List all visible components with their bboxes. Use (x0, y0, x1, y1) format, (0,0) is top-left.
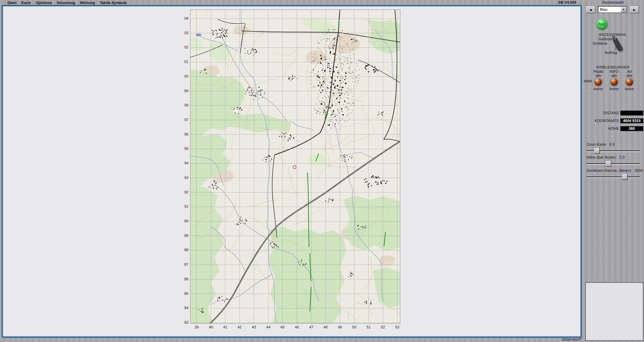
map-col-label: 46 (293, 325, 301, 329)
los-range-slider: Sichtlinien-Reichw. (Meter):3009 (582, 168, 644, 182)
slider-track[interactable] (586, 150, 640, 151)
eye-height-slider: Höhe über Boden:2.0 (582, 155, 644, 169)
party-prev-button[interactable]: ◀ (586, 6, 595, 13)
map-row-label: 99 (179, 89, 188, 93)
map-col-label: 50 (350, 325, 358, 329)
map-col-label: 39 (193, 325, 200, 329)
map-row-label: 01 (179, 60, 188, 64)
coordinate-label: KOORDINATE (582, 119, 619, 123)
map-col-label: 44 (264, 325, 272, 329)
crayon-cursor-icon (611, 35, 626, 54)
einblendungen-title: EINBLENDUNGEN (582, 65, 644, 69)
distance-readout: DISTANZ (582, 110, 644, 115)
art-knob[interactable] (626, 78, 633, 86)
slider-track[interactable] (586, 177, 640, 177)
pfade-knob[interactable] (595, 78, 602, 86)
map-row-label: 84 (179, 306, 188, 310)
map-row-label: 91 (179, 204, 188, 208)
slider-value: 3009 (635, 168, 643, 173)
map-row-label: 95 (179, 146, 188, 150)
info-knob[interactable] (610, 78, 618, 86)
map-col-label: 48 (322, 325, 329, 329)
zoom-slider: Zoom Karte:0.5 (582, 142, 644, 156)
menu-karte[interactable]: Karte (21, 1, 31, 5)
map-row-label: 87 (179, 262, 188, 266)
party-dropdown[interactable]: Blau ▼ (598, 6, 627, 13)
slider-label: Zoom Karte:0.5 (586, 142, 615, 146)
map-col-label: 43 (250, 325, 258, 329)
map-col-label: 51 (365, 325, 372, 329)
slider-label-text: Höhe über Boden: (586, 155, 617, 159)
map-row-label: 93 (179, 176, 188, 180)
map-row-label: 88 (179, 248, 188, 252)
distance-label: DISTANZ (582, 111, 619, 115)
map-row-label: 00 (179, 74, 188, 78)
map-row-label: 83 (179, 320, 188, 324)
map-row-label: 86 (179, 277, 188, 281)
map-row-label: 98 (179, 103, 188, 107)
topo-map (190, 10, 400, 323)
wahl-label: Wahl (584, 79, 592, 83)
slider-label: Höhe über Boden:2.0 (586, 155, 625, 159)
map-col-label: 53 (394, 325, 401, 329)
map-row-label: 85 (179, 291, 188, 296)
route-line-green (339, 20, 339, 30)
map-col-label: 42 (236, 325, 243, 329)
menu-taktik-symbole[interactable]: Taktik-Symbole (100, 1, 127, 5)
map-col-label: 47 (307, 325, 315, 329)
dropdown-arrow-icon[interactable]: ▼ (621, 7, 626, 12)
map-canvas[interactable] (190, 10, 400, 323)
map-window: 0403020100999897969594939291908988878685… (2, 5, 582, 338)
test-button[interactable]: Test (596, 18, 607, 29)
height-readout: HÖHE 360 (582, 126, 644, 131)
slider-thumb[interactable] (622, 174, 627, 180)
map-row-label: 04 (179, 16, 188, 20)
menu-optionen[interactable]: Optionen (36, 1, 52, 5)
map-row-label: 96 (179, 132, 188, 136)
menu-datei[interactable]: Datei (7, 1, 17, 5)
app-version: SB V4.000 (551, 0, 576, 4)
menu-bar: Datei Karte Optionen Steuerung Wertung T… (0, 0, 582, 5)
map-row-label: 89 (179, 234, 188, 238)
slider-value: 0.5 (610, 142, 615, 146)
party-dropdown-value: Blau (600, 7, 607, 12)
slider-label-text: Zoom Karte: (586, 142, 607, 146)
distance-field (620, 110, 643, 116)
scenario-title: Unbenannt* (552, 337, 581, 341)
height-label: HÖHE (582, 126, 619, 130)
map-col-label: 45 (279, 325, 286, 329)
map-row-label: 94 (179, 161, 188, 165)
side-panel: Parteienwahl ◀ Blau ▼ ▶ Test ANZEIGEWAHL… (582, 0, 644, 342)
column-keine[interactable]: keine (619, 87, 640, 91)
party-next-button[interactable]: ▶ (630, 6, 639, 13)
anzeige-sichtlinie[interactable]: Sichtlinie (583, 41, 607, 45)
map-row-label: 90 (179, 219, 188, 223)
overview-panel (585, 282, 643, 341)
menu-steuerung[interactable]: Steuerung (57, 1, 75, 5)
map-row-label: 03 (179, 31, 188, 35)
column-alle[interactable]: alle (619, 74, 640, 78)
height-field: 360 (620, 126, 643, 131)
map-row-label: 02 (179, 45, 188, 49)
map-row-label: 97 (179, 118, 188, 122)
map-col-label: 41 (222, 325, 229, 329)
slider-value: 2.0 (619, 155, 624, 159)
map-col-label: 49 (336, 325, 344, 329)
slider-thumb[interactable] (606, 161, 611, 166)
column-name: Art (619, 69, 640, 74)
menu-wertung[interactable]: Wertung (80, 1, 95, 5)
map-col-label: 40 (207, 325, 215, 329)
coordinate-readout: KOORDINATE 4604 9315 (582, 118, 644, 123)
slider-thumb[interactable] (594, 148, 600, 154)
slider-label-text: Sichtlinien-Reichw. (Meter): (586, 168, 632, 173)
anzeige-gelaende[interactable]: Gelände (588, 37, 612, 41)
slider-label: Sichtlinien-Reichw. (Meter):3009 (586, 168, 643, 173)
party-selector-label: Parteienwahl (582, 0, 644, 4)
map-col-label: 52 (379, 325, 387, 329)
coordinate-field: 4604 9315 (620, 118, 643, 123)
map-row-label: 92 (179, 190, 188, 194)
app-root: { "app": { "version": "SB V4.000", "scen… (0, 0, 644, 342)
slider-track[interactable] (586, 163, 640, 164)
